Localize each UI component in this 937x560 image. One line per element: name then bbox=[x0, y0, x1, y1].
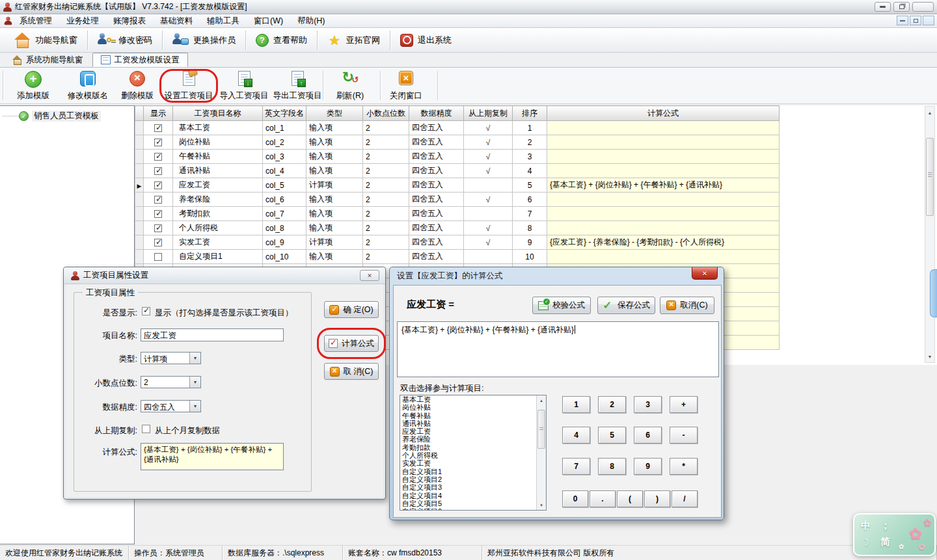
table-row[interactable]: 自定义项目1col_10输入项2四舍五入10 bbox=[135, 250, 780, 264]
chevron-down-icon[interactable] bbox=[189, 377, 200, 388]
list-item[interactable]: 午餐补贴 bbox=[400, 412, 546, 420]
toolbar-button-star[interactable]: 亚拓官网 bbox=[319, 31, 388, 49]
toolbar-button-exit[interactable]: 退出系统 bbox=[392, 32, 460, 49]
list-item[interactable]: 基本工资 bbox=[400, 395, 546, 403]
list-item[interactable]: 自定义项目4 bbox=[400, 492, 546, 500]
keypad-key[interactable]: 8 bbox=[598, 458, 626, 475]
list-item[interactable]: 自定义项目3 bbox=[400, 483, 546, 491]
table-row[interactable]: 通讯补贴col_4输入项2四舍五入4 bbox=[135, 164, 780, 178]
keypad-key[interactable]: 0 bbox=[562, 490, 588, 507]
formula-input-area[interactable]: {基本工资} + {岗位补贴} + {午餐补贴} + {通讯补贴} bbox=[397, 321, 719, 377]
keypad-key[interactable]: 7 bbox=[562, 458, 590, 475]
scroll-down-icon[interactable] bbox=[537, 501, 546, 509]
restore-button[interactable] bbox=[893, 2, 910, 12]
show-checkbox[interactable] bbox=[154, 139, 162, 146]
ime-toolbar[interactable]: 中 ； ☽ 简 bbox=[853, 513, 936, 556]
mdi-restore-button[interactable] bbox=[910, 16, 921, 25]
list-item[interactable]: 自定义项目5 bbox=[400, 500, 546, 507]
column-header[interactable]: 计算公式 bbox=[547, 106, 780, 121]
scroll-up-icon[interactable] bbox=[926, 108, 934, 117]
dialog-close-button[interactable] bbox=[692, 267, 718, 280]
cancel-button[interactable]: 取消(C) bbox=[660, 297, 714, 314]
action-button-setup[interactable]: 设置工资项目 bbox=[161, 70, 216, 102]
mdi-close-button[interactable] bbox=[923, 16, 934, 25]
show-checkbox[interactable] bbox=[154, 239, 162, 247]
tree-item-sales-template[interactable]: 销售人员工资模板 bbox=[0, 111, 134, 122]
toolbar-button-home[interactable]: 功能导航窗 bbox=[5, 31, 86, 49]
type-select[interactable]: 计算项 bbox=[141, 352, 201, 364]
dialog-titlebar[interactable]: 工资项目属性设置 bbox=[64, 267, 385, 284]
column-header[interactable]: 工资项目名称 bbox=[173, 106, 263, 121]
decimals-select[interactable]: 2 bbox=[141, 376, 201, 388]
menu-item-1[interactable]: 业务处理 bbox=[59, 14, 106, 28]
show-checkbox[interactable] bbox=[154, 224, 162, 232]
validate-formula-button[interactable]: 校验公式 bbox=[532, 297, 591, 314]
calc-formula-button[interactable]: 计算公式 bbox=[324, 335, 379, 352]
tab-1[interactable]: 工资发放模版设置 bbox=[92, 53, 188, 67]
minimize-button[interactable] bbox=[875, 2, 891, 12]
action-button-closewin[interactable]: 关闭窗口 bbox=[384, 70, 428, 102]
menu-item-0[interactable]: 系统管理 bbox=[12, 14, 59, 28]
show-checkbox[interactable] bbox=[154, 196, 162, 204]
list-item[interactable]: 岗位补贴 bbox=[400, 403, 546, 411]
menu-item-4[interactable]: 辅助工具 bbox=[200, 14, 247, 28]
formula-textarea[interactable]: {基本工资} + {岗位补贴} + {午餐补贴} + {通讯补贴} bbox=[141, 443, 284, 470]
column-header[interactable]: 从上期复制 bbox=[464, 106, 513, 121]
column-header[interactable]: 英文字段名 bbox=[263, 106, 306, 121]
precision-select[interactable]: 四舍五入 bbox=[141, 400, 201, 412]
copy-checkbox[interactable] bbox=[142, 425, 150, 433]
mdi-minimize-button[interactable] bbox=[897, 16, 908, 25]
list-item[interactable]: 自定义项目1 bbox=[400, 468, 546, 475]
calc-items-listbox[interactable]: 基本工资岗位补贴午餐补贴通讯补贴应发工资养老保险考勤扣款个人所得税实发工资自定义… bbox=[400, 395, 547, 511]
show-checkbox[interactable] bbox=[154, 253, 162, 261]
ime-moon-icon[interactable]: ☽ bbox=[861, 537, 869, 548]
side-panel-handle[interactable] bbox=[930, 269, 937, 317]
toolbar-button-switch[interactable]: 更换操作员 bbox=[164, 31, 244, 49]
keypad-key[interactable]: ) bbox=[644, 490, 670, 507]
column-header[interactable]: 类型 bbox=[306, 106, 363, 121]
menu-item-5[interactable]: 窗口(W) bbox=[247, 14, 290, 28]
listbox-scrollbar[interactable] bbox=[536, 395, 546, 510]
dialog-close-button[interactable] bbox=[360, 270, 379, 281]
tab-0[interactable]: 系统功能导航窗 bbox=[4, 53, 91, 67]
keypad-key[interactable]: 3 bbox=[634, 396, 662, 413]
ime-lang-indicator[interactable]: 中 bbox=[861, 520, 871, 532]
table-row[interactable]: 养老保险col_6输入项2四舍五入6 bbox=[135, 193, 780, 207]
table-row[interactable]: 实发工资col_9计算项2四舍五入9{应发工资} - {养老保险} - {考勤扣… bbox=[135, 235, 780, 250]
show-checkbox[interactable] bbox=[142, 307, 150, 315]
keypad-key[interactable]: / bbox=[672, 490, 698, 507]
column-header[interactable]: 小数点位数 bbox=[363, 106, 409, 121]
keypad-key[interactable]: 6 bbox=[634, 427, 662, 444]
table-row[interactable]: 基本工资col_1输入项2四舍五入1 bbox=[135, 121, 780, 135]
list-item[interactable]: 个人所得税 bbox=[400, 451, 546, 459]
table-row[interactable]: 个人所得税col_8输入项2四舍五入8 bbox=[135, 221, 780, 235]
save-formula-button[interactable]: 保存公式 bbox=[597, 297, 655, 314]
action-button-import[interactable]: ↓导入工资项目 bbox=[219, 70, 269, 102]
list-item[interactable]: 养老保险 bbox=[400, 435, 546, 443]
toolbar-button-keys[interactable]: 修改密码 bbox=[89, 31, 161, 49]
column-header[interactable]: 显示 bbox=[144, 106, 173, 121]
menu-item-6[interactable]: 帮助(H) bbox=[290, 14, 332, 28]
action-button-export[interactable]: ↑导出工资项目 bbox=[272, 70, 323, 102]
show-checkbox[interactable] bbox=[154, 124, 162, 132]
list-item[interactable]: 自定义项目2 bbox=[400, 475, 546, 483]
keypad-key[interactable]: - bbox=[670, 427, 698, 444]
scroll-down-icon[interactable] bbox=[926, 352, 934, 361]
ok-button[interactable]: 确 定(O) bbox=[324, 301, 379, 318]
scroll-up-icon[interactable] bbox=[537, 396, 546, 405]
item-name-input[interactable]: 应发工资 bbox=[141, 328, 284, 341]
keypad-key[interactable]: 5 bbox=[598, 427, 626, 444]
show-checkbox[interactable] bbox=[154, 181, 162, 189]
table-row[interactable]: 岗位补贴col_2输入项2四舍五入2 bbox=[135, 135, 780, 150]
show-checkbox[interactable] bbox=[154, 167, 162, 175]
table-row[interactable]: 应发工资col_5计算项2四舍五入5{基本工资} + {岗位补贴} + {午餐补… bbox=[135, 178, 780, 193]
show-checkbox[interactable] bbox=[154, 210, 162, 218]
keypad-key[interactable]: ( bbox=[617, 490, 643, 507]
cancel-button[interactable]: 取 消(C) bbox=[324, 363, 379, 380]
toolbar-button-help[interactable]: 查看帮助 bbox=[247, 32, 316, 49]
dialog-titlebar[interactable]: 设置【应发工资】的计算公式 bbox=[390, 267, 724, 285]
keypad-key[interactable]: 4 bbox=[562, 427, 590, 444]
scrollbar-thumb[interactable] bbox=[537, 410, 545, 449]
close-button[interactable] bbox=[912, 2, 934, 12]
grid-vertical-scrollbar[interactable] bbox=[925, 106, 935, 363]
